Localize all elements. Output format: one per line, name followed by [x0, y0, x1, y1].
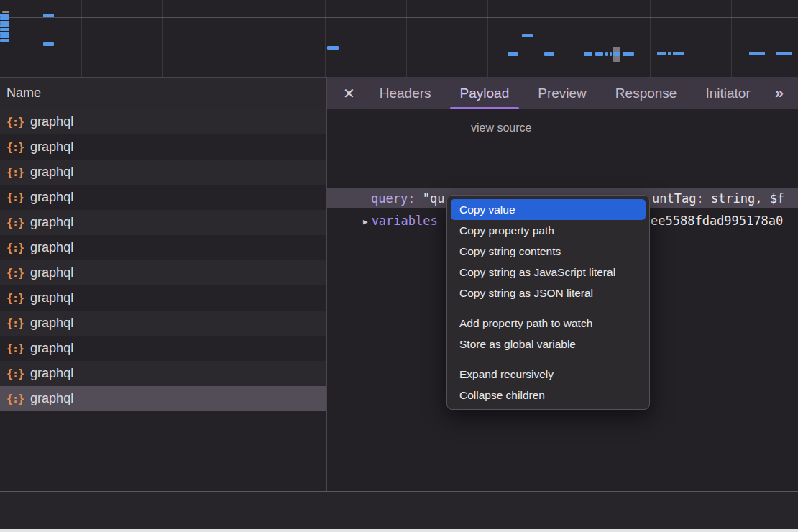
request-row[interactable]: {:}graphql: [0, 210, 327, 235]
request-row[interactable]: {:}graphql: [0, 235, 327, 260]
menu-item-add-property-path-to-watch[interactable]: Add property path to watch: [451, 313, 646, 334]
json-icon: {:}: [6, 367, 24, 380]
grid-line: [650, 0, 651, 77]
waterfall-bar: [43, 14, 54, 17]
grid-line: [406, 0, 407, 77]
waterfall-bar: [749, 52, 765, 55]
request-name: graphql: [30, 215, 73, 230]
grid-line: [569, 0, 569, 77]
menu-item-copy-property-path[interactable]: Copy property path: [451, 220, 646, 241]
waterfall-bar: [623, 52, 634, 56]
expand-triangle-icon[interactable]: ▶: [363, 211, 368, 231]
json-icon: {:}: [6, 393, 24, 405]
json-icon: {:}: [6, 292, 24, 305]
request-name: graphql: [30, 139, 73, 155]
waterfall-bar: [0, 17, 9, 20]
waterfall-bar: [668, 52, 671, 55]
network-overview[interactable]: [0, 0, 798, 77]
waterfall-bar: [0, 32, 9, 35]
tab-initiator[interactable]: Initiator: [691, 77, 764, 109]
request-name: graphql: [30, 341, 73, 356]
request-row[interactable]: {:}graphql: [0, 361, 327, 386]
request-name: graphql: [30, 240, 73, 255]
tab-list: HeadersPayloadPreviewResponseInitiator: [365, 77, 765, 109]
grid-line: [325, 0, 326, 77]
more-tabs-icon[interactable]: »: [766, 84, 792, 103]
menu-item-collapse-children[interactable]: Collapse children: [451, 385, 646, 405]
waterfall-bar: [0, 28, 9, 31]
context-menu: Copy valueCopy property pathCopy string …: [446, 195, 650, 410]
tab-headers[interactable]: Headers: [365, 77, 446, 109]
json-icon: {:}: [6, 216, 24, 229]
waterfall-bar: [776, 52, 792, 55]
grid-line: [487, 0, 488, 77]
menu-separator: [454, 359, 642, 359]
menu-separator: [454, 308, 642, 308]
waterfall-bar: [544, 52, 554, 56]
waterfall-bar: [595, 52, 603, 56]
json-icon: {:}: [6, 317, 24, 330]
waterfall-bar: [673, 52, 684, 55]
waterfall-bar: [522, 34, 533, 37]
request-payload-section[interactable]: ▼Request Payload view source: [335, 117, 798, 139]
request-name: graphql: [30, 391, 73, 406]
request-row[interactable]: {:}graphql: [0, 134, 327, 160]
grid-line: [731, 0, 732, 77]
request-name: graphql: [30, 316, 73, 331]
request-name: graphql: [30, 265, 73, 280]
name-column-header[interactable]: Name: [0, 77, 327, 109]
request-row[interactable]: {:}graphql: [0, 311, 327, 336]
request-row[interactable]: {:}graphql: [0, 260, 327, 285]
request-name: graphql: [30, 290, 73, 306]
grid-line: [244, 0, 244, 77]
json-icon: {:}: [6, 191, 24, 204]
request-name: graphql: [30, 366, 73, 381]
json-icon: {:}: [6, 342, 24, 355]
waterfall-bar: [0, 14, 9, 17]
property-value-right: untTag: string, $f: [652, 188, 784, 208]
request-row[interactable]: {:}graphql: [0, 386, 327, 411]
close-icon[interactable]: ✕: [327, 85, 365, 102]
detail-tabbar: ✕ HeadersPayloadPreviewResponseInitiator…: [327, 77, 798, 109]
tab-payload[interactable]: Payload: [446, 77, 524, 109]
grid-line: [162, 0, 163, 77]
property-value-left: "qu: [415, 191, 444, 206]
waterfall-bar: [0, 21, 9, 24]
menu-item-store-as-global-variable[interactable]: Store as global variable: [451, 334, 646, 354]
waterfall-bar: [605, 52, 608, 56]
tab-response[interactable]: Response: [601, 77, 692, 109]
window-bottom-edge: [0, 529, 798, 532]
waterfall-bar: [0, 24, 9, 27]
json-icon: {:}: [6, 242, 24, 254]
operation-name-row[interactable]: operationName: "ipFlowTimeseries": [374, 166, 798, 188]
menu-item-copy-string-as-json-literal[interactable]: Copy string as JSON literal: [451, 283, 646, 303]
property-key: variables: [372, 214, 438, 228]
menu-item-copy-value[interactable]: Copy value: [451, 199, 646, 220]
json-icon: {:}: [6, 267, 24, 280]
summary-footer: [0, 492, 798, 529]
view-source-link[interactable]: view source: [471, 117, 531, 139]
request-row[interactable]: {:}graphql: [0, 160, 327, 185]
request-row[interactable]: {:}graphql: [0, 185, 327, 210]
waterfall-bar: [2, 11, 9, 13]
menu-item-expand-recursively[interactable]: Expand recursively: [451, 364, 646, 385]
json-icon: {:}: [6, 141, 24, 154]
panel-divider[interactable]: [326, 77, 327, 529]
waterfall-bar: [508, 52, 518, 56]
request-row[interactable]: {:}graphql: [0, 109, 327, 134]
request-list: {:}graphql{:}graphql{:}graphql{:}graphql…: [0, 109, 327, 411]
request-row[interactable]: {:}graphql: [0, 336, 327, 361]
request-name: graphql: [30, 190, 73, 205]
request-name: graphql: [30, 114, 73, 129]
request-row[interactable]: {:}graphql: [0, 285, 327, 311]
tab-preview[interactable]: Preview: [523, 77, 601, 109]
json-icon: {:}: [6, 166, 24, 179]
waterfall-bar: [0, 35, 9, 38]
menu-item-copy-string-as-javascript-literal[interactable]: Copy string as JavaScript literal: [451, 262, 646, 283]
property-key: query:: [371, 191, 415, 206]
waterfall-bar: [610, 52, 612, 56]
payload-root-row[interactable]: ▼{operationName: "ipFlowTimeseries", var…: [349, 144, 798, 165]
waterfall-bar: [327, 46, 339, 50]
menu-item-copy-string-contents[interactable]: Copy string contents: [451, 241, 646, 262]
grid-line: [81, 0, 82, 77]
